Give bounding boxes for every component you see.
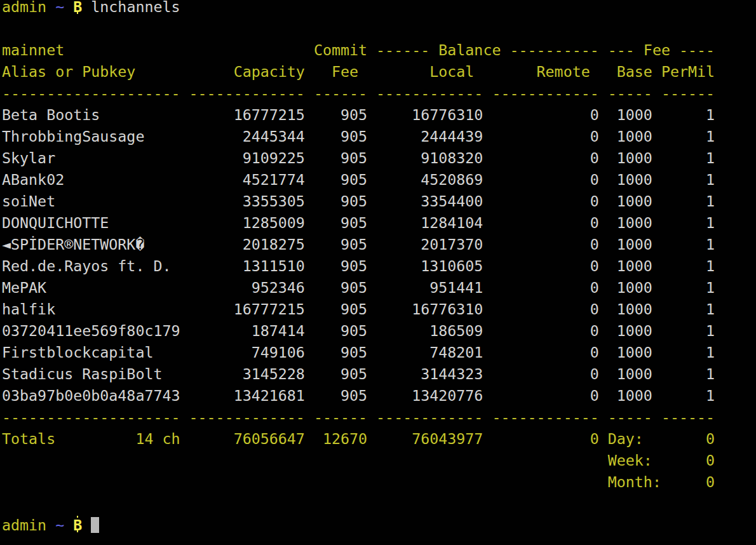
channel-row: ◄SPİDER®NETWORK� 2018275 905 2017370 0 1… — [2, 234, 756, 255]
channel-row-text: Stadicus RaspiBolt 3145228 905 3144323 0… — [2, 365, 715, 382]
channel-row-text: DONQUICHOTTE 1285009 905 1284104 0 1000 … — [2, 214, 715, 231]
totals-week-row: Week: 0 — [2, 450, 756, 471]
channel-row-text: Red.de.Rayos ft. D. 1311510 905 1310605 … — [2, 257, 715, 274]
bitcoin-symbol: B — [73, 0, 82, 18]
channel-row-text: ABank02 4521774 905 4520869 0 1000 1 — [2, 171, 715, 188]
table-column-header: Alias or Pubkey Capacity Fee Local Remot… — [2, 61, 756, 83]
channel-row-text: ◄SPİDER®NETWORK� 2018275 905 2017370 0 1… — [2, 236, 715, 253]
prompt-path: ~ — [55, 0, 64, 15]
table-group-header: mainnet Commit ------ Balance ----------… — [2, 39, 756, 61]
totals-row: Totals 14 ch 76056647 12670 76043977 0 D… — [2, 428, 756, 450]
channel-row-text: Firstblockcapital 749106 905 748201 0 10… — [2, 344, 715, 361]
terminal-cursor — [91, 517, 99, 533]
totals-month-text: Month: 0 — [2, 473, 715, 490]
channel-row-text: soiNet 3355305 905 3354400 0 1000 1 — [2, 192, 715, 210]
channel-row: Beta Bootis 16777215 905 16776310 0 1000… — [2, 104, 756, 126]
prompt-line-top: admin ~ B lnchannels — [2, 0, 756, 18]
separator-dashes: -------------------- ------------- -----… — [2, 84, 715, 102]
terminal-output: admin ~ B lnchannelsmainnet Commit -----… — [0, 0, 756, 536]
group-header-text: mainnet Commit ------ Balance ----------… — [2, 41, 715, 58]
bitcoin-symbol: B — [73, 515, 82, 536]
totals-separator: -------------------- ------------- -----… — [2, 407, 756, 428]
channel-row: MePAK 952346 905 951441 0 1000 1 — [2, 277, 756, 299]
channel-row: DONQUICHOTTE 1285009 905 1284104 0 1000 … — [2, 212, 756, 234]
channel-row-text: 03720411ee569f80c179 187414 905 186509 0… — [2, 322, 715, 339]
channel-row: 03ba97b0e0b0a48a7743 13421681 905 134207… — [2, 385, 756, 407]
prompt-user: admin — [2, 0, 46, 15]
prompt-line-bottom: admin ~ B — [2, 515, 756, 536]
channel-row-text: Beta Bootis 16777215 905 16776310 0 1000… — [2, 106, 715, 123]
prompt-path: ~ — [55, 516, 64, 534]
channel-row-text: halfik 16777215 905 16776310 0 1000 1 — [2, 300, 715, 318]
blank-line — [2, 18, 756, 39]
channel-row-text: 03ba97b0e0b0a48a7743 13421681 905 134207… — [2, 387, 715, 404]
channel-row-text: ThrobbingSausage 2445344 905 2444439 0 1… — [2, 128, 715, 145]
channel-row: halfik 16777215 905 16776310 0 1000 1 — [2, 299, 756, 320]
totals-text: Totals 14 ch 76056647 12670 76043977 0 D… — [2, 430, 715, 447]
header-separator: -------------------- ------------- -----… — [2, 83, 756, 104]
channel-row: Red.de.Rayos ft. D. 1311510 905 1310605 … — [2, 255, 756, 277]
channel-row: ThrobbingSausage 2445344 905 2444439 0 1… — [2, 126, 756, 147]
channel-row: Skylar 9109225 905 9108320 0 1000 1 — [2, 147, 756, 169]
channel-row: soiNet 3355305 905 3354400 0 1000 1 — [2, 191, 756, 212]
totals-month-row: Month: 0 — [2, 471, 756, 493]
channel-row-text: MePAK 952346 905 951441 0 1000 1 — [2, 279, 715, 296]
prompt-user: admin — [2, 516, 46, 534]
column-header-text: Alias or Pubkey Capacity Fee Local Remot… — [2, 63, 715, 80]
command-text: lnchannels — [91, 0, 180, 15]
totals-week-text: Week: 0 — [2, 452, 715, 469]
blank-line — [2, 493, 756, 515]
terminal-window[interactable]: admin ~ B lnchannelsmainnet Commit -----… — [0, 0, 756, 541]
separator-dashes: -------------------- ------------- -----… — [2, 408, 715, 426]
channel-row: 03720411ee569f80c179 187414 905 186509 0… — [2, 320, 756, 342]
channel-row: ABank02 4521774 905 4520869 0 1000 1 — [2, 169, 756, 191]
channel-row-text: Skylar 9109225 905 9108320 0 1000 1 — [2, 149, 715, 166]
channel-row: Stadicus RaspiBolt 3145228 905 3144323 0… — [2, 363, 756, 385]
channel-row: Firstblockcapital 749106 905 748201 0 10… — [2, 342, 756, 363]
